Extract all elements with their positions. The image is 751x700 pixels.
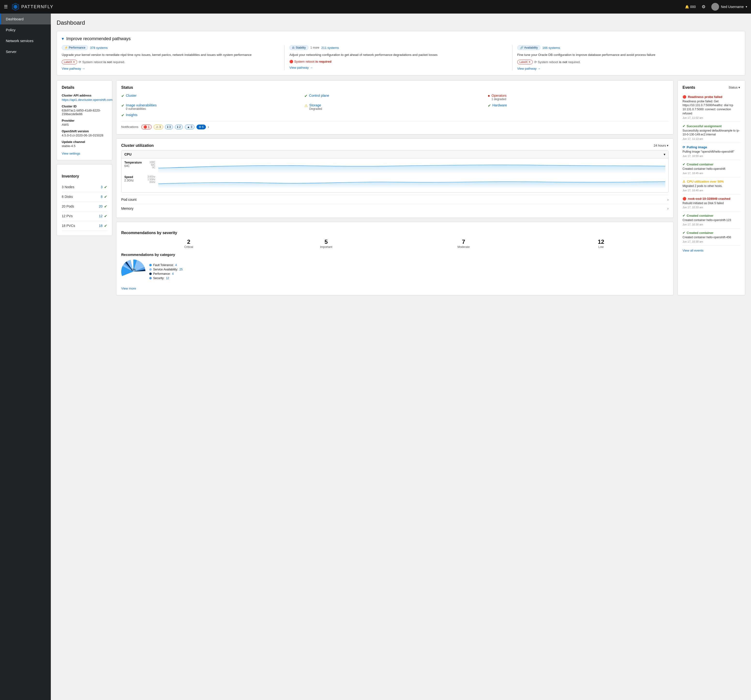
patternfly-logo-icon <box>12 3 19 11</box>
pathways-toggle-icon[interactable]: ▾ <box>62 36 64 42</box>
severity-critical: 2 Critical <box>121 239 256 249</box>
status-grid: ✔ Cluster ✔ Control plane ● <box>121 94 669 117</box>
status-label-image-vulnerabilities[interactable]: Image vulnerabilities <box>126 103 157 107</box>
status-label-control-plane[interactable]: Control plane <box>309 94 329 97</box>
view-pathway-performance[interactable]: View pathway → <box>62 67 280 70</box>
view-more-link[interactable]: View more <box>121 287 669 290</box>
notif-badge-err[interactable]: 🔴 1 <box>141 125 152 130</box>
temperature-y-min: 0C <box>152 166 155 169</box>
hamburger-icon[interactable]: ☰ <box>4 4 8 9</box>
event-time-assignment: Jun 17, 11:13 am <box>683 137 740 140</box>
inventory-count-pvcs: 18 ✔ <box>99 224 107 228</box>
events-status-selector[interactable]: Status ▾ <box>729 86 740 89</box>
cluster-api-label: Cluster API address <box>62 94 107 97</box>
legend-link-performance[interactable]: 4 <box>172 272 174 276</box>
details-inventory-column: Details Cluster API address https://api1… <box>57 80 112 295</box>
inventory-num-pvcs[interactable]: 18 <box>99 224 103 228</box>
view-pathway-stability[interactable]: View pathway → <box>289 66 507 69</box>
cpu-body: Temperature 64C 100C 50C 0C <box>122 159 668 192</box>
cpu-label: CPU <box>124 153 131 156</box>
notif-badge-warn[interactable]: ⚠ 3 <box>154 125 163 130</box>
status-operators: ● Operators 1 degraded <box>488 94 669 101</box>
event-time-created-1: Jun 17, 10:45 am <box>683 172 740 175</box>
sidebar-item-policy[interactable]: Policy <box>0 25 51 35</box>
cluster-id-label: Cluster ID <box>62 105 107 108</box>
update-channel-label: Update channel <box>62 140 107 144</box>
inventory-title: Inventory <box>62 174 107 179</box>
status-label-storage[interactable]: Storage <box>309 103 322 107</box>
view-pathway-availability[interactable]: View pathway → <box>517 67 735 70</box>
severity-num-moderate: 7 <box>396 239 531 245</box>
speed-y-axis: 3.6Ghz 1.5Ghz 0Ghz <box>147 175 155 183</box>
event-title-text-cpu: CPU utilization over 50% <box>687 180 724 183</box>
label-chip-availability[interactable]: LabelX ✕ <box>517 60 533 64</box>
page-title: Dashboard <box>57 19 745 26</box>
event-title-created-container-3: ✔ Created container <box>683 231 740 234</box>
inventory-card: Inventory 3 Nodes 3 ✔ 8 Disks 8 ✔ <box>57 164 112 236</box>
sidebar-item-network-services[interactable]: Network services <box>0 35 51 46</box>
inventory-row-pvcs: 18 PVCs 18 ✔ <box>62 221 107 231</box>
notif-badge-info-blue[interactable]: ℹ 3 <box>165 125 173 130</box>
notif-badge-info[interactable]: ℹ 2 <box>175 125 183 130</box>
legend-link-security[interactable]: 12 <box>166 276 169 280</box>
inventory-num-disks[interactable]: 8 <box>100 195 103 199</box>
pie-chart: 52% <box>121 259 145 284</box>
openshift-version-label: OpenShift version <box>62 130 107 133</box>
label-chip-performance[interactable]: LabelX ✕ <box>62 60 77 64</box>
utilization-time-selector[interactable]: 24 hours ▾ <box>654 144 669 147</box>
legend-link-fault-tolerance[interactable]: 4 <box>175 264 177 267</box>
speed-y-mid: 1.5Ghz <box>148 178 155 181</box>
center-column: Status ✔ Cluster ✔ Control plane <box>116 80 674 295</box>
reboot-not-required-availability: ⟳ System reboot is not required. <box>534 60 581 64</box>
details-card: Details Cluster API address https://api1… <box>57 80 112 160</box>
inventory-count-disks: 8 ✔ <box>100 194 107 199</box>
notifications-button[interactable]: 🔔 000 <box>685 5 695 9</box>
speed-metric: Speed 2.3Ghz 3.6Ghz 1.5Ghz 0Ghz <box>124 175 665 187</box>
status-label-operators[interactable]: Operators <box>491 94 506 97</box>
sidebar-item-dashboard[interactable]: Dashboard <box>0 14 51 25</box>
severity-grid: 2 Critical 5 Important 7 Moderate 12 Low <box>121 239 669 249</box>
status-title: Status <box>121 85 669 90</box>
legend-link-service-availability[interactable]: 25 <box>179 268 183 271</box>
inventory-count-nodes: 3 ✔ <box>100 185 107 190</box>
sidebar-item-server[interactable]: Server <box>0 46 51 57</box>
event-desc-pulling: Pulling image "openshift/hello-openshift… <box>683 150 740 154</box>
speed-value: 2.3Ghz <box>124 179 144 182</box>
inventory-num-pvs[interactable]: 12 <box>99 214 103 218</box>
status-label-cluster[interactable]: Cluster <box>126 94 136 97</box>
inventory-row-disks: 8 Disks 8 ✔ <box>62 192 107 202</box>
pod-count-row[interactable]: Pod count › <box>121 195 669 204</box>
severity-label-critical: Critical <box>121 245 256 249</box>
speed-chart <box>158 175 665 187</box>
status-sub-storage: Degraded <box>309 107 322 111</box>
notif-badge-special[interactable]: ▲ 3 <box>185 125 195 130</box>
inventory-num-nodes[interactable]: 3 <box>100 185 103 189</box>
notif-badge-blue[interactable]: ⚙ 6 <box>196 125 206 130</box>
bottom-grid: Details Cluster API address https://api1… <box>57 80 745 295</box>
status-label-insights[interactable]: Insights <box>126 113 138 117</box>
notif-arrow-icon[interactable]: › <box>208 125 209 129</box>
cluster-api-value[interactable]: https://api1.devcluster.openshift.com <box>62 98 113 102</box>
view-all-events-link[interactable]: View all events <box>683 249 740 252</box>
gear-icon[interactable]: ⚙ <box>702 4 706 9</box>
inventory-num-pods[interactable]: 20 <box>99 204 103 208</box>
view-settings-link[interactable]: View settings <box>62 152 107 155</box>
event-created-container-1: ✔ Created container Created container he… <box>683 160 740 177</box>
memory-row[interactable]: Memory › <box>121 204 669 213</box>
event-warn-icon-cpu: ⚠ <box>683 180 685 183</box>
inventory-label-pvs: 12 PVs <box>62 214 73 218</box>
severity-important: 5 Important <box>259 239 394 249</box>
notifications-label: Notifications <box>121 125 138 129</box>
status-card: Status ✔ Cluster ✔ Control plane <box>116 80 674 134</box>
cpu-header[interactable]: CPU ▾ <box>122 150 668 159</box>
temperature-value: 64C <box>124 164 144 168</box>
user-menu[interactable]: Ned Username ▾ <box>711 3 747 11</box>
sidebar: Dashboard Policy Network services Server <box>0 14 51 700</box>
pathway-systems-performance: 378 systems <box>90 46 108 49</box>
reboot-not-required-performance: ⟳ System reboot is not required. <box>79 60 125 64</box>
check-icon-disks: ✔ <box>104 194 107 199</box>
rec-legend: Fault Tolerance: 4 Service Availability:… <box>149 264 669 280</box>
severity-label-moderate: Moderate <box>396 245 531 249</box>
status-label-hardware[interactable]: Hardware <box>492 103 507 107</box>
pathway-systems-availability: 166 systems <box>542 46 560 49</box>
